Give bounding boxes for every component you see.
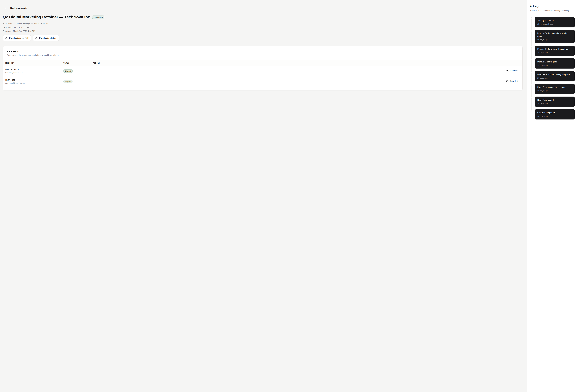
activity-event-card: Ryan Patel signed 28 days ago <box>535 97 575 107</box>
meta-source-file: Source file: Q2 Growth Package — TechNov… <box>3 22 523 25</box>
recipient-name: Marcus Okafor <box>5 68 63 71</box>
timeline-marker-icon <box>531 59 532 60</box>
recipients-card: Recipients Copy signing links or resend … <box>3 46 523 90</box>
contract-status-badge: Completed <box>92 16 104 19</box>
recipient-name: Ryan Patel <box>5 79 63 81</box>
copy-link-label: Copy link <box>510 80 518 82</box>
signed-status-badge: Signed <box>63 80 73 83</box>
contract-meta: Source file: Q2 Growth Package — TechNov… <box>3 22 523 32</box>
status-cell: Signed <box>63 69 93 73</box>
timeline-marker-icon <box>531 109 532 111</box>
download-signed-pdf-button[interactable]: Download signed PDF <box>3 35 31 41</box>
activity-event-card: Contract completed 28 days ago <box>535 109 575 119</box>
activity-event-time: 29 days ago <box>537 39 572 41</box>
activity-event-time: 28 days ago <box>537 77 572 79</box>
contract-detail-main: Back to contracts Q2 Digital Marketing R… <box>0 0 527 392</box>
activity-event-time: 28 days ago <box>537 89 572 92</box>
activity-event: Marcus Okafor signed 29 days ago <box>535 58 575 68</box>
download-audit-trail-label: Download audit trail <box>39 37 56 39</box>
recipients-title: Recipients <box>7 50 518 53</box>
activity-event-time: 29 days ago <box>537 64 572 66</box>
column-header-recipient: Recipient <box>3 62 63 64</box>
back-link-label: Back to contracts <box>10 7 27 9</box>
activity-event-title: Ryan Patel viewed the contract <box>537 86 572 89</box>
copy-link-button[interactable]: Copy link <box>506 70 518 72</box>
recipient-row: Ryan Patel ryan.patel@technova.io Signed <box>3 76 523 87</box>
activity-title: Activity <box>530 5 570 8</box>
activity-event-card: Marcus Okafor viewed the contract 29 day… <box>535 46 575 56</box>
recipient-cell: Ryan Patel ryan.patel@technova.io <box>3 79 63 84</box>
download-icon <box>35 37 38 39</box>
copy-icon <box>506 80 508 82</box>
activity-event-time: about 1 month ago <box>537 23 572 25</box>
title-row: Q2 Digital Marketing Retainer — TechNova… <box>3 15 523 19</box>
recipients-card-header: Recipients Copy signing links or resend … <box>3 46 523 60</box>
download-signed-pdf-label: Download signed PDF <box>9 37 28 39</box>
activity-event: Contract completed 28 days ago <box>535 109 575 119</box>
column-header-status: Status <box>63 62 93 64</box>
activity-event-title: Marcus Okafor viewed the contract <box>537 47 572 51</box>
timeline-marker-icon <box>531 46 532 47</box>
timeline-marker-icon <box>531 84 532 86</box>
recipients-subtitle: Copy signing links or resend reminders t… <box>7 54 518 56</box>
actions-cell: Copy link <box>506 70 523 72</box>
meta-sent: Sent: March 4th, 2026 9:00 AM <box>3 26 523 28</box>
recipient-email: ryan.patel@technova.io <box>5 82 63 84</box>
copy-icon <box>506 70 508 72</box>
download-icon <box>5 37 7 39</box>
status-cell: Signed <box>63 80 93 83</box>
activity-event-card: Ryan Patel opened the signing page 28 da… <box>535 71 575 81</box>
activity-event-time: 28 days ago <box>537 102 572 105</box>
activity-event-title: Marcus Okafor signed <box>537 60 572 63</box>
activity-event: Ryan Patel signed 28 days ago <box>535 97 575 107</box>
activity-subtitle: Timeline of contract events and signer a… <box>530 9 570 12</box>
column-header-actions: Actions <box>93 62 523 64</box>
activity-event-card: Sent by M. Ibrahim about 1 month ago <box>535 17 575 27</box>
recipient-cell: Marcus Okafor marcus@technova.io <box>3 68 63 74</box>
copy-link-label: Copy link <box>510 70 518 72</box>
activity-event-title: Marcus Okafor opened the signing page <box>537 32 572 38</box>
timeline-marker-icon <box>531 71 532 73</box>
timeline-marker-icon <box>531 97 532 98</box>
activity-event-title: Ryan Patel signed <box>537 98 572 102</box>
activity-event: Ryan Patel opened the signing page 28 da… <box>535 71 575 81</box>
activity-event-title: Contract completed <box>537 111 572 114</box>
timeline-marker-icon <box>531 30 532 32</box>
activity-event-card: Marcus Okafor opened the signing page 29… <box>535 30 575 43</box>
download-actions: Download signed PDF Download audit trail <box>3 35 523 41</box>
back-to-contracts-link[interactable]: Back to contracts <box>5 7 27 9</box>
copy-link-button[interactable]: Copy link <box>506 80 518 82</box>
recipient-email: marcus@technova.io <box>5 72 63 74</box>
activity-event-card: Marcus Okafor signed 29 days ago <box>535 58 575 68</box>
activity-event-time: 29 days ago <box>537 51 572 54</box>
activity-event-title: Ryan Patel opened the signing page <box>537 73 572 76</box>
activity-event: Marcus Okafor viewed the contract 29 day… <box>535 46 575 56</box>
activity-timeline: Sent by M. Ibrahim about 1 month ago Mar… <box>530 16 575 119</box>
meta-completed: Completed: March 6th, 2026 4:20 PM <box>3 30 523 32</box>
activity-event-time: 28 days ago <box>537 115 572 117</box>
page-title: Q2 Digital Marketing Retainer — TechNova… <box>3 15 90 19</box>
activity-header: Activity Timeline of contract events and… <box>530 5 575 12</box>
activity-event: Ryan Patel viewed the contract 28 days a… <box>535 84 575 94</box>
arrow-left-icon <box>5 7 7 9</box>
signed-status-badge: Signed <box>63 69 73 73</box>
recipients-table-header: Recipient Status Actions <box>3 60 523 66</box>
activity-event-card: Ryan Patel viewed the contract 28 days a… <box>535 84 575 94</box>
activity-event: Sent by M. Ibrahim about 1 month ago <box>535 17 575 27</box>
activity-sidebar: Activity Timeline of contract events and… <box>527 0 575 392</box>
recipient-row: Marcus Okafor marcus@technova.io Signed <box>3 66 523 76</box>
activity-event-title: Sent by M. Ibrahim <box>537 19 572 22</box>
download-audit-trail-button[interactable]: Download audit trail <box>33 35 59 41</box>
timeline-marker-icon <box>531 17 532 19</box>
actions-cell: Copy link <box>506 80 523 83</box>
activity-event: Marcus Okafor opened the signing page 29… <box>535 30 575 43</box>
